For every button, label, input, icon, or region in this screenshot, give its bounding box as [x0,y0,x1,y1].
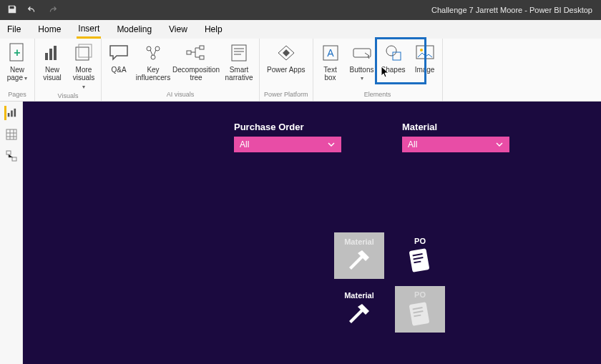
power-apps-label: Power Apps [267,66,305,74]
power-apps-icon [275,41,298,64]
chevron-down-icon [327,140,336,149]
slicer-label: Purchase Order [234,122,341,132]
tile-label: Material [344,291,374,300]
ribbon: + Newpage ▾ Pages Newvisual Morevisuals … [0,39,601,102]
group-pages-label: Pages [4,89,30,98]
menu-bar: File Home Insert Modeling View Help [0,20,601,39]
svg-text:A: A [327,47,334,59]
svg-rect-21 [7,113,9,117]
tile-material-dark[interactable]: Material [334,286,384,333]
undo-icon[interactable] [27,4,37,16]
more-visuals-button[interactable]: Morevisuals ▾ [71,41,97,91]
new-page-icon: + [6,41,29,64]
new-visual-label: Newvisual [43,66,62,82]
group-power-platform-label: Power Platform [264,89,308,98]
svg-rect-23 [14,109,16,117]
svg-point-17 [386,46,396,56]
key-influencers-icon [142,41,165,64]
group-visuals: Newvisual Morevisuals ▾ Visuals [35,39,102,101]
save-icon[interactable] [7,4,17,16]
text-box-button[interactable]: A Textbox [318,41,343,82]
new-page-label: Newpage ▾ [7,66,27,82]
svg-rect-10 [187,51,191,54]
clipboard-icon [405,245,435,275]
new-page-button[interactable]: + Newpage ▾ [4,41,30,82]
smart-narrative-button[interactable]: Smartnarrative [223,41,255,82]
hammer-icon [345,246,373,275]
decomposition-tree-label: Decompositiontree [172,66,220,82]
slicer-material: Material All [402,122,509,152]
image-label: Image [415,66,435,74]
chevron-down-icon [495,140,504,149]
qna-label: Q&A [111,66,126,74]
power-apps-button[interactable]: Power Apps [265,41,308,74]
new-visual-icon [41,41,64,64]
shapes-icon [382,41,405,64]
slicer-dropdown[interactable]: All [234,137,341,152]
svg-rect-6 [79,44,92,57]
svg-rect-3 [49,49,52,60]
svg-rect-13 [232,45,246,61]
qna-button[interactable]: Q&A [106,41,132,74]
svg-rect-25 [6,151,11,154]
group-ai-visuals: Q&A Keyinfluencers Decompositiontree Sma… [102,39,260,101]
svg-rect-5 [76,47,89,60]
group-elements-label: Elements [318,89,438,98]
group-ai-visuals-label: AI visuals [106,89,255,98]
more-visuals-label: Morevisuals ▾ [71,66,97,91]
svg-rect-18 [393,52,401,60]
tab-view[interactable]: View [167,21,189,37]
data-view-button[interactable] [4,127,19,142]
svg-rect-2 [45,53,48,60]
tile-material-grey[interactable]: Material [334,232,384,279]
file-menu[interactable]: File [6,21,22,37]
decomposition-tree-button[interactable]: Decompositiontree [175,41,218,82]
tile-po-grey[interactable]: PO [395,286,445,333]
group-elements: A Textbox Buttons▾ Shapes Image Elements [313,39,443,101]
svg-rect-27 [409,248,430,272]
buttons-button[interactable]: Buttons▾ [349,41,375,82]
report-canvas[interactable]: Purchase Order All Material All Material… [23,102,601,364]
slicer-value: All [240,139,249,149]
cursor-icon [381,66,391,79]
svg-rect-4 [54,46,57,60]
slicer-value: All [408,139,417,149]
key-influencers-button[interactable]: Keyinfluencers [137,41,169,82]
key-influencers-label: Keyinfluencers [136,66,170,82]
tile-label: PO [414,237,426,245]
decomposition-tree-icon [185,41,207,64]
svg-rect-11 [200,46,204,49]
redo-icon[interactable] [47,4,57,16]
more-visuals-icon [72,41,95,64]
model-view-button[interactable] [4,149,19,163]
group-pages: + Newpage ▾ Pages [0,39,35,101]
slicer-dropdown[interactable]: All [402,137,509,152]
svg-rect-16 [353,49,371,57]
tab-modeling[interactable]: Modeling [115,21,153,37]
tab-insert[interactable]: Insert [77,21,101,39]
svg-point-20 [420,49,423,51]
clipboard-icon [405,299,435,329]
svg-rect-26 [12,157,16,161]
smart-narrative-icon [228,41,250,64]
hammer-icon [345,300,373,328]
group-power-platform: Power Apps Power Platform [260,39,313,101]
tile-po-dark[interactable]: PO [395,232,445,279]
smart-narrative-label: Smartnarrative [225,66,253,82]
tab-help[interactable]: Help [203,21,224,37]
qna-icon [107,41,130,64]
svg-rect-12 [200,56,204,59]
tile-label: Material [344,237,374,246]
tab-home[interactable]: Home [36,21,62,37]
tile-label: PO [414,290,426,299]
text-box-icon: A [319,41,342,64]
new-visual-button[interactable]: Newvisual [39,41,65,82]
buttons-icon [351,41,373,64]
svg-rect-24 [6,129,16,139]
svg-rect-31 [409,302,430,326]
group-visuals-label: Visuals [39,91,97,99]
buttons-label: Buttons▾ [350,66,374,82]
image-button[interactable]: Image [412,41,438,74]
window-title: Challenge 7 Jarrett Moore - Power BI Des… [431,6,601,14]
report-view-button[interactable] [4,106,19,120]
